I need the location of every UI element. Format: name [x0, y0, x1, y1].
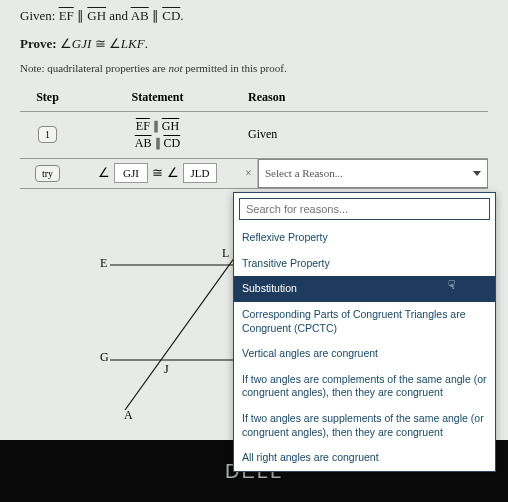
col-head-statement: Statement [75, 84, 240, 111]
congruent-symbol: ≅ [152, 165, 163, 181]
table-row: try ∠ ≅ ∠ × Select a Reason... [20, 159, 488, 189]
note-not: not [168, 62, 182, 74]
table-header-row: Step Statement Reason [20, 84, 488, 112]
reason-search-input[interactable] [239, 198, 490, 220]
prove-label: Prove: [20, 36, 57, 51]
parallel-symbol: ∥ [155, 136, 161, 150]
point-label-g: G [100, 350, 109, 365]
point-label-a: A [124, 408, 133, 423]
proof-table: Step Statement Reason 1 EF ∥ GH AB ∥ CD … [20, 84, 488, 189]
statement-edit-cell: ∠ ≅ ∠ [75, 159, 240, 188]
step-number-badge: 1 [38, 126, 57, 143]
reason-option[interactable]: If two angles are supplements of the sam… [234, 406, 495, 445]
clear-row-button[interactable]: × [240, 159, 258, 188]
segment-ef: EF [59, 8, 74, 23]
angle-symbol: ∠ [167, 165, 179, 181]
reason-option[interactable]: Vertical angles are congruent [234, 341, 495, 367]
segment-gh: GH [162, 119, 179, 133]
note-suffix: permitted in this proof. [183, 62, 287, 74]
segment-cd: CD [162, 8, 180, 23]
reason-option[interactable]: Reflexive Property [234, 225, 495, 251]
point-label-j: J [164, 362, 169, 377]
note-prefix: Note: quadrilateral properties are [20, 62, 168, 74]
segment-cd: CD [164, 136, 181, 150]
reason-cell: Given [240, 112, 488, 158]
pointer-cursor-icon: ☟ [448, 278, 455, 294]
angle-lkf: LKF [121, 36, 145, 51]
parallel-symbol: ∥ [153, 119, 159, 133]
period: . [145, 36, 148, 51]
given-line: Given: EF ∥ GH and AB ∥ CD. [20, 8, 488, 24]
diagram-svg [100, 250, 250, 430]
statement-cell: EF ∥ GH AB ∥ CD [75, 112, 240, 158]
angle-symbol: ∠ [109, 36, 121, 51]
congruent-symbol: ≅ [95, 36, 106, 51]
prove-line: Prove: ∠GJI ≅ ∠LKF. [20, 36, 488, 52]
reason-select-wrap: × Select a Reason... [240, 159, 488, 188]
reason-option[interactable]: If two angles are complements of the sam… [234, 367, 495, 406]
reason-option-list: Reflexive Property Transitive Property S… [234, 225, 495, 471]
parallel-symbol: ∥ [152, 8, 159, 23]
segment-ef: EF [136, 119, 150, 133]
given-label: Given: [20, 8, 55, 23]
reason-option[interactable]: Corresponding Parts of Congruent Triangl… [234, 302, 495, 341]
point-label-l: L [222, 246, 229, 261]
angle-symbol: ∠ [60, 36, 72, 51]
geometry-diagram: E L G J A [100, 250, 250, 430]
chevron-down-icon [473, 171, 481, 176]
close-icon: × [245, 166, 252, 181]
angle-input-1[interactable] [114, 163, 148, 183]
step-cell: 1 [20, 112, 75, 158]
segment-ab: AB [131, 8, 149, 23]
step-try-badge: try [35, 165, 60, 182]
reason-option-label: Substitution [242, 282, 297, 294]
reason-option-highlighted[interactable]: Substitution ☟ [234, 276, 495, 302]
point-label-e: E [100, 256, 107, 271]
angle-symbol: ∠ [98, 165, 110, 181]
angle-input-2[interactable] [183, 163, 217, 183]
period: . [180, 8, 183, 23]
segment-gh: GH [87, 8, 106, 23]
table-row: 1 EF ∥ GH AB ∥ CD Given [20, 112, 488, 159]
col-head-reason: Reason [240, 84, 488, 111]
reason-select[interactable]: Select a Reason... [258, 159, 488, 188]
svg-line-2 [125, 250, 240, 410]
step-cell: try [20, 159, 75, 188]
and-word: and [109, 8, 128, 23]
angle-gji: GJI [72, 36, 92, 51]
col-head-step: Step [20, 84, 75, 111]
reason-dropdown[interactable]: Reflexive Property Transitive Property S… [233, 192, 496, 472]
reason-option[interactable]: All right angles are congruent [234, 445, 495, 471]
note-line: Note: quadrilateral properties are not p… [20, 62, 488, 74]
reason-option[interactable]: Transitive Property [234, 251, 495, 277]
reason-select-placeholder: Select a Reason... [265, 167, 343, 179]
parallel-symbol: ∥ [77, 8, 84, 23]
segment-ab: AB [135, 136, 152, 150]
